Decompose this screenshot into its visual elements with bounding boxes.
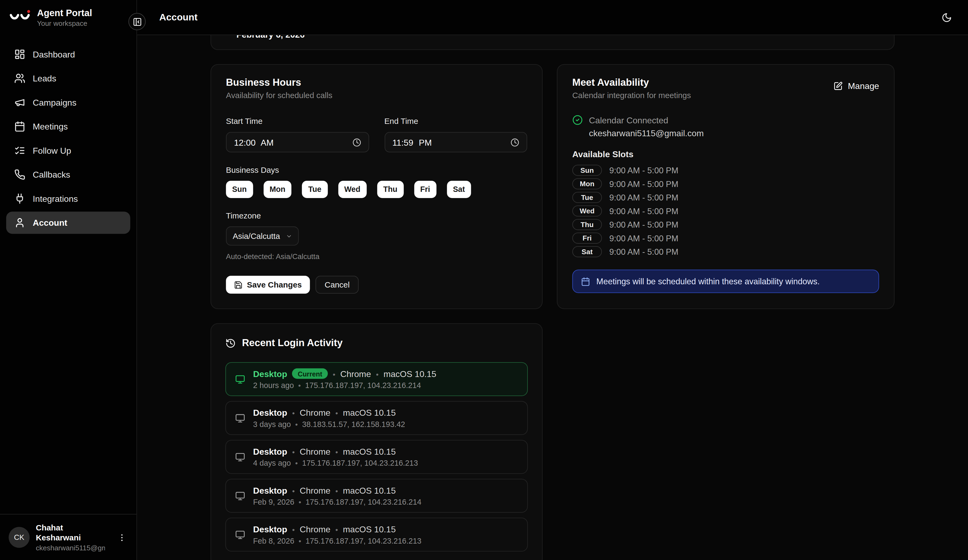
monitor-icon [235, 530, 245, 540]
app-name: Agent Portal [37, 8, 92, 18]
calendar-icon [14, 121, 25, 132]
timezone-label: Timezone [226, 211, 527, 221]
slot-time: 9:00 AM - 5:00 PM [609, 165, 678, 175]
sidebar-item-label: Account [33, 218, 68, 228]
calendar-connected-label: Calendar Connected [589, 115, 668, 125]
business-days-group: Sun Mon Tue Wed Thu Fri Sat [226, 181, 527, 198]
panel-left-close-icon [132, 17, 141, 26]
device-name: Desktop [253, 369, 287, 378]
login-row: Desktop Chrome macOS 10.15 Feb 8, 2026 1… [225, 517, 528, 552]
sidebar-item-leads[interactable]: Leads [6, 67, 130, 89]
sidebar-item-label: Leads [33, 73, 56, 83]
current-session-badge: Current [292, 368, 328, 379]
history-icon [225, 338, 236, 348]
sidebar-item-label: Callbacks [33, 170, 70, 180]
workspace-header: Agent Portal Your workspace [0, 0, 136, 36]
slot-time: 9:00 AM - 5:00 PM [609, 206, 678, 215]
meet-availability-card: Meet Availability Calendar integration f… [557, 64, 895, 309]
login-ips: 175.176.187.197, 104.23.216.213 [291, 459, 418, 467]
timezone-hint: Auto-detected: Asia/Calcutta [226, 252, 527, 261]
slot-row: Fri 9:00 AM - 5:00 PM [572, 233, 879, 244]
sidebar-item-follow-up[interactable]: Follow Up [6, 139, 130, 162]
login-row-current: Desktop Current Chrome macOS 10.15 2 hou… [225, 362, 528, 396]
sidebar: Agent Portal Your workspace Dashboard Le… [0, 0, 137, 560]
sidebar-item-integrations[interactable]: Integrations [6, 188, 130, 210]
sidebar-item-label: Meetings [33, 121, 68, 131]
member-since-date: February 6, 2026 [236, 35, 305, 40]
save-changes-button[interactable]: Save Changes [226, 276, 310, 294]
login-ips: 38.183.51.57, 162.158.193.42 [291, 420, 405, 428]
calendar-connected-status: Calendar Connected [572, 115, 879, 125]
save-changes-label: Save Changes [247, 280, 302, 289]
sidebar-item-label: Dashboard [33, 50, 75, 59]
login-ips: 175.176.187.197, 104.23.216.214 [294, 498, 422, 506]
device-name: Desktop [253, 524, 287, 534]
user-icon [14, 217, 25, 228]
slot-day-badge: Sat [572, 246, 602, 257]
content-scroll-area[interactable]: February 6, 2026 Business Hours Availabi… [137, 35, 968, 560]
start-time-input[interactable]: 12:00 AM [226, 132, 369, 152]
meet-availability-title: Meet Availability [572, 77, 691, 88]
recent-login-activity-card: Recent Login Activity Desktop Current Ch… [211, 323, 543, 560]
start-time-value: 12:00 AM [234, 137, 273, 147]
app-tagline: Your workspace [37, 20, 92, 27]
login-row: Desktop Chrome macOS 10.15 Feb 9, 2026 1… [225, 479, 528, 513]
end-time-input[interactable]: 11:59 PM [384, 132, 527, 152]
availability-note-banner: Meetings will be scheduled within these … [572, 269, 879, 293]
sidebar-nav: Dashboard Leads Campaigns Meetings Follo… [0, 36, 136, 234]
device-name: Desktop [253, 485, 287, 495]
day-button-thu[interactable]: Thu [377, 181, 404, 198]
slot-day-badge: Mon [572, 178, 602, 190]
browser-name: Chrome [287, 524, 330, 534]
save-icon [234, 280, 242, 289]
slot-row: Sat 9:00 AM - 5:00 PM [572, 246, 879, 257]
slot-time: 9:00 AM - 5:00 PM [609, 220, 678, 229]
login-time: Feb 8, 2026 [253, 536, 294, 545]
app-root: Agent Portal Your workspace Dashboard Le… [0, 0, 968, 560]
slot-row: Tue 9:00 AM - 5:00 PM [572, 192, 879, 203]
manage-button[interactable]: Manage [834, 81, 879, 91]
sidebar-item-label: Integrations [33, 194, 78, 204]
theme-toggle-button[interactable] [941, 12, 952, 23]
cancel-button[interactable]: Cancel [315, 276, 359, 294]
sidebar-collapse-button[interactable] [129, 13, 146, 30]
slot-day-badge: Wed [572, 206, 602, 216]
timezone-value: Asia/Calcutta [233, 231, 280, 241]
user-menu-button[interactable] [116, 532, 128, 543]
os-name: macOS 10.15 [330, 407, 396, 417]
user-name: Chahat Kesharwani [36, 523, 110, 543]
slot-time: 9:00 AM - 5:00 PM [609, 179, 678, 188]
os-name: macOS 10.15 [371, 369, 436, 378]
slot-row: Mon 9:00 AM - 5:00 PM [572, 178, 879, 190]
sidebar-item-dashboard[interactable]: Dashboard [6, 43, 130, 66]
day-button-tue[interactable]: Tue [302, 181, 328, 198]
business-days-label: Business Days [226, 165, 527, 175]
connected-email: ckesharwani5115@gmail.com [589, 129, 879, 139]
avatar: CK [8, 527, 30, 548]
day-button-sun[interactable]: Sun [226, 181, 253, 198]
browser-name: Chrome [287, 446, 330, 456]
day-button-wed[interactable]: Wed [338, 181, 366, 198]
day-button-mon[interactable]: Mon [263, 181, 292, 198]
sidebar-item-campaigns[interactable]: Campaigns [6, 91, 130, 114]
device-name: Desktop [253, 446, 287, 456]
plug-icon [14, 193, 25, 204]
users-icon [14, 73, 25, 84]
sidebar-item-callbacks[interactable]: Callbacks [6, 164, 130, 186]
check-circle-icon [572, 115, 583, 125]
sidebar-item-account[interactable]: Account [6, 211, 130, 234]
list-checks-icon [14, 145, 25, 156]
sidebar-item-meetings[interactable]: Meetings [6, 115, 130, 137]
os-name: macOS 10.15 [330, 524, 396, 534]
business-hours-card: Business Hours Availability for schedule… [211, 64, 543, 309]
user-email: ckesharwani5115@gm... [36, 544, 105, 552]
slot-day-badge: Fri [572, 233, 602, 244]
slot-row: Thu 9:00 AM - 5:00 PM [572, 219, 879, 230]
page-title: Account [159, 12, 197, 23]
day-button-fri[interactable]: Fri [414, 181, 436, 198]
day-button-sat[interactable]: Sat [447, 181, 471, 198]
moon-icon [941, 12, 952, 23]
timezone-select[interactable]: Asia/Calcutta [226, 226, 299, 246]
slot-day-badge: Sun [572, 165, 602, 176]
login-ips: 175.176.187.197, 104.23.216.213 [294, 536, 422, 545]
